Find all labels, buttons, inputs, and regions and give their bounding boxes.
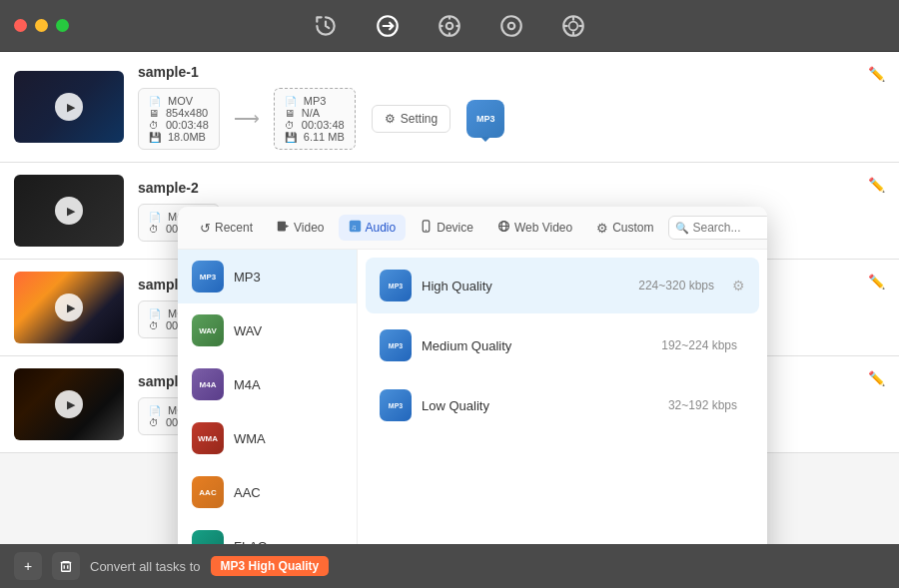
film-icon[interactable] bbox=[435, 11, 464, 41]
dropdown-tabs: ↺ Recent Video ♫ Audio bbox=[178, 207, 767, 250]
m4a-badge: M4A bbox=[192, 368, 224, 400]
format-item-m4a[interactable]: M4A M4A bbox=[178, 357, 357, 411]
minimize-button[interactable] bbox=[35, 19, 48, 32]
input-format: MOV bbox=[168, 95, 193, 107]
input-resolution: 854x480 bbox=[166, 107, 208, 119]
low-quality-name: Low Quality bbox=[422, 398, 658, 413]
video-icon bbox=[277, 220, 290, 236]
format-item-aac[interactable]: AAC AAC bbox=[178, 465, 357, 519]
tab-device[interactable]: Device bbox=[410, 215, 483, 241]
tab-audio[interactable]: ♫ Audio bbox=[339, 215, 407, 241]
custom-icon: ⚙ bbox=[596, 221, 608, 236]
history-icon[interactable] bbox=[311, 11, 341, 41]
add-file-button[interactable]: + bbox=[14, 552, 42, 580]
medium-quality-badge: MP3 bbox=[380, 329, 412, 361]
svg-point-7 bbox=[501, 16, 521, 36]
low-quality-badge: MP3 bbox=[380, 389, 412, 421]
quality-item-low[interactable]: MP3 Low Quality 32~192 kbps bbox=[366, 377, 759, 433]
input-size: 18.0MB bbox=[168, 131, 206, 143]
close-button[interactable] bbox=[14, 19, 27, 32]
maximize-button[interactable] bbox=[56, 19, 69, 32]
high-quality-name: High Quality bbox=[422, 279, 628, 294]
web-video-icon bbox=[497, 220, 510, 236]
file-item-sample-1: ▶ sample-1 📄MOV 🖥854x480 ⏱00:03:48 💾18.0… bbox=[0, 52, 899, 163]
quality-item-medium[interactable]: MP3 Medium Quality 192~224 kbps bbox=[366, 317, 759, 373]
file-name-sample-1: sample-1 bbox=[138, 64, 885, 80]
tab-web-video[interactable]: Web Video bbox=[487, 215, 582, 241]
edit-icon-sample-1[interactable]: ✏️ bbox=[868, 66, 885, 82]
wav-badge: WAV bbox=[192, 314, 224, 346]
format-label-mp3: MP3 bbox=[234, 270, 261, 285]
format-item-mp3[interactable]: MP3 MP3 bbox=[178, 250, 357, 303]
medium-quality-name: Medium Quality bbox=[422, 338, 651, 353]
recent-icon: ↺ bbox=[200, 221, 211, 236]
tab-web-video-label: Web Video bbox=[514, 221, 572, 235]
medium-quality-bitrate: 192~224 kbps bbox=[661, 338, 737, 352]
svg-text:♫: ♫ bbox=[351, 223, 356, 232]
thumbnail-sample-3[interactable]: ▶ bbox=[14, 272, 124, 343]
delete-file-button[interactable] bbox=[52, 552, 80, 580]
mp3-badge: MP3 bbox=[192, 261, 224, 293]
output-size: 6.11 MB bbox=[304, 131, 345, 143]
settings-gear-icon[interactable]: ⚙ bbox=[732, 278, 745, 294]
play-button-sample-2[interactable]: ▶ bbox=[55, 197, 83, 225]
thumbnail-sample-4[interactable]: ▶ bbox=[14, 368, 124, 440]
tab-recent-label: Recent bbox=[215, 221, 253, 235]
gear-icon: ⚙ bbox=[385, 112, 396, 126]
quality-list: MP3 High Quality 224~320 kbps ⚙ MP3 Medi… bbox=[358, 250, 767, 544]
format-label-m4a: M4A bbox=[234, 377, 261, 392]
play-button-sample-1[interactable]: ▶ bbox=[55, 93, 83, 121]
format-label-wav: WAV bbox=[234, 323, 262, 338]
nav-icons bbox=[311, 11, 588, 41]
convert-icon[interactable] bbox=[373, 11, 403, 41]
input-duration: 00:03:48 bbox=[166, 119, 209, 131]
high-quality-bitrate: 224~320 kbps bbox=[638, 279, 714, 293]
tab-recent[interactable]: ↺ Recent bbox=[190, 216, 263, 241]
output-resolution: N/A bbox=[302, 107, 320, 119]
setting-label: Setting bbox=[401, 112, 438, 126]
mp3-output-badge-sample-1: MP3 bbox=[466, 100, 504, 138]
format-item-flac[interactable]: FLAC FLAC bbox=[178, 519, 357, 544]
flac-badge: FLAC bbox=[192, 530, 224, 544]
svg-point-8 bbox=[508, 22, 515, 29]
tab-custom[interactable]: ⚙ Custom bbox=[586, 216, 663, 241]
audio-icon: ♫ bbox=[349, 220, 362, 236]
edit-icon-sample-4[interactable]: ✏️ bbox=[868, 370, 885, 386]
edit-icon-sample-3[interactable]: ✏️ bbox=[868, 274, 885, 290]
tab-video-label: Video bbox=[294, 221, 324, 235]
tab-audio-label: Audio bbox=[366, 221, 397, 235]
format-item-wma[interactable]: WMA WMA bbox=[178, 411, 357, 465]
main-content: ▶ sample-1 📄MOV 🖥854x480 ⏱00:03:48 💾18.0… bbox=[0, 52, 899, 544]
convert-badge[interactable]: MP3 High Quality bbox=[211, 556, 330, 576]
wma-badge: WMA bbox=[192, 422, 224, 454]
device-icon bbox=[420, 220, 433, 236]
file-info-sample-1: sample-1 📄MOV 🖥854x480 ⏱00:03:48 💾18.0MB… bbox=[138, 64, 885, 150]
format-label-aac: AAC bbox=[234, 485, 261, 500]
format-item-wav[interactable]: WAV WAV bbox=[178, 303, 357, 357]
dropdown-body: MP3 MP3 WAV WAV M4A M4A WMA WMA bbox=[178, 250, 767, 544]
thumbnail-sample-1[interactable]: ▶ bbox=[14, 71, 124, 143]
convert-all-text: Convert all tasks to bbox=[90, 559, 201, 574]
title-bar bbox=[0, 0, 899, 52]
badge-label: MP3 bbox=[476, 114, 495, 124]
output-meta-sample-1: 📄MP3 🖥N/A ⏱00:03:48 💾6.11 MB bbox=[274, 88, 356, 150]
svg-marker-15 bbox=[286, 225, 289, 228]
bottom-bar: + Convert all tasks to MP3 High Quality bbox=[0, 544, 899, 588]
edit-icon-sample-2[interactable]: ✏️ bbox=[868, 177, 885, 193]
play-button-sample-4[interactable]: ▶ bbox=[55, 390, 83, 418]
tools-icon[interactable] bbox=[558, 11, 588, 41]
search-wrapper: 🔍 bbox=[668, 216, 767, 240]
tab-custom-label: Custom bbox=[612, 221, 653, 235]
file-list: ▶ sample-1 📄MOV 🖥854x480 ⏱00:03:48 💾18.0… bbox=[0, 52, 899, 544]
tab-device-label: Device bbox=[437, 221, 473, 235]
thumbnail-sample-2[interactable]: ▶ bbox=[14, 175, 124, 247]
format-list: MP3 MP3 WAV WAV M4A M4A WMA WMA bbox=[178, 250, 358, 544]
low-quality-bitrate: 32~192 kbps bbox=[668, 398, 737, 412]
tab-video[interactable]: Video bbox=[267, 215, 334, 241]
play-button-sample-3[interactable]: ▶ bbox=[55, 294, 83, 321]
quality-item-high[interactable]: MP3 High Quality 224~320 kbps ⚙ bbox=[366, 258, 759, 313]
svg-point-2 bbox=[447, 22, 453, 29]
aac-badge: AAC bbox=[192, 476, 224, 508]
setting-button-sample-1[interactable]: ⚙ Setting bbox=[372, 105, 450, 133]
disc-icon[interactable] bbox=[496, 11, 526, 41]
